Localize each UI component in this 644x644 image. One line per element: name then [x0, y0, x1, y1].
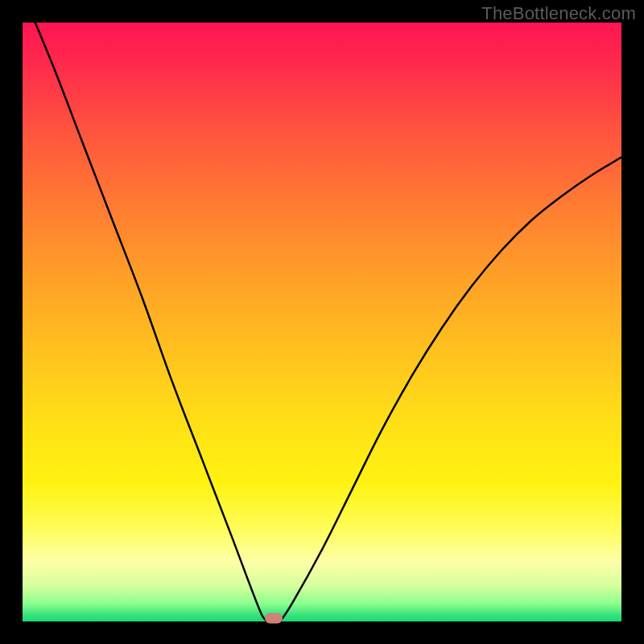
minimum-marker: [265, 613, 283, 624]
bottleneck-curve: [23, 23, 621, 621]
plot-area: [23, 23, 621, 621]
watermark-text: TheBottleneck.com: [481, 3, 636, 24]
chart-frame: TheBottleneck.com: [0, 0, 644, 644]
